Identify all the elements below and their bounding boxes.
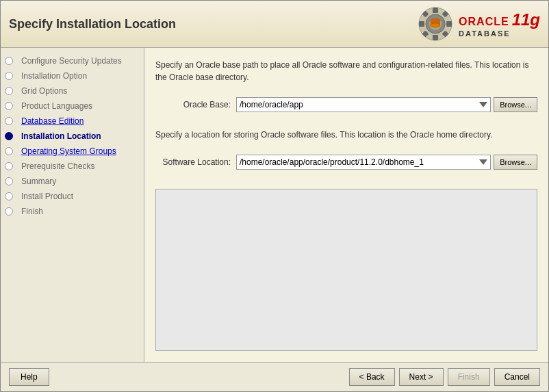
svg-point-13 [431,23,440,27]
sidebar-item-grid-options: Grid Options [1,83,144,99]
oracle-name: ORACLE [459,16,509,28]
sidebar-item-finish: Finish [1,204,144,219]
sidebar-item-prerequisite-checks: Prerequisite Checks [1,159,144,174]
step-circle-active [5,132,13,140]
software-location-browse-button[interactable]: Browse... [494,155,537,170]
step-circle [5,177,13,185]
svg-rect-3 [433,35,438,40]
sidebar-item-install-product: Install Product [1,189,144,204]
back-button[interactable]: < Back [349,368,395,386]
oracle-base-description: Specify an Oracle base path to place all… [155,59,537,83]
step-circle [5,192,13,200]
software-location-row: Software Location: /home/oracle/app/orac… [155,155,537,170]
content-area: Configure Security Updates Installation … [1,48,548,362]
svg-rect-2 [433,8,438,13]
sidebar-item-installation-option: Installation Option [1,68,144,83]
step-circle [5,57,13,65]
svg-rect-4 [419,21,424,27]
svg-rect-5 [446,21,452,27]
oracle-base-row: Oracle Base: /home/oracle/app Browse... [155,97,537,112]
next-button[interactable]: Next > [399,368,444,386]
step-circle [5,147,13,155]
footer-left: Help [9,368,49,386]
sidebar-item-operating-system-groups[interactable]: Operating System Groups [1,144,144,159]
software-location-input-group: /home/oracle/app/oracle/product/11.2.0/d… [236,155,537,170]
main-panel: Specify an Oracle base path to place all… [144,48,548,362]
software-location-label: Software Location: [155,157,231,167]
sidebar-item-summary: Summary [1,174,144,189]
footer-right: < Back Next > Finish Cancel [349,368,540,386]
finish-button[interactable]: Finish [448,368,490,386]
step-circle [5,162,13,170]
step-circle [5,207,13,215]
step-circle [5,117,13,125]
info-box [155,189,537,351]
oracle-brand: ORACLE 11g DATABASE [459,10,540,38]
gear-icon [418,6,453,42]
software-location-description: Specify a location for storing Oracle so… [155,129,537,141]
main-window: Specify Installation Location [0,0,549,392]
oracle-database-label: DATABASE [459,29,510,38]
sidebar-item-database-edition[interactable]: Database Edition [1,114,144,129]
sidebar-item-configure-security: Configure Security Updates [1,53,144,68]
sidebar: Configure Security Updates Installation … [1,48,144,362]
step-circle [5,87,13,95]
footer: Help < Back Next > Finish Cancel [1,362,548,391]
oracle-base-browse-button[interactable]: Browse... [494,97,537,112]
sidebar-item-product-languages: Product Languages [1,99,144,114]
cancel-button[interactable]: Cancel [494,368,540,386]
software-location-select[interactable]: /home/oracle/app/oracle/product/11.2.0/d… [236,155,491,170]
help-button[interactable]: Help [9,368,49,386]
oracle-logo-area: ORACLE 11g DATABASE [418,6,540,42]
page-title: Specify Installation Location [9,17,176,31]
oracle-version: 11g [512,10,540,29]
oracle-base-select[interactable]: /home/oracle/app [236,97,491,112]
step-circle [5,102,13,110]
step-circle [5,72,13,80]
sidebar-item-installation-location: Installation Location [1,129,144,144]
oracle-base-label: Oracle Base: [155,100,231,109]
header: Specify Installation Location [1,1,548,48]
oracle-base-input-group: /home/oracle/app Browse... [236,97,537,112]
